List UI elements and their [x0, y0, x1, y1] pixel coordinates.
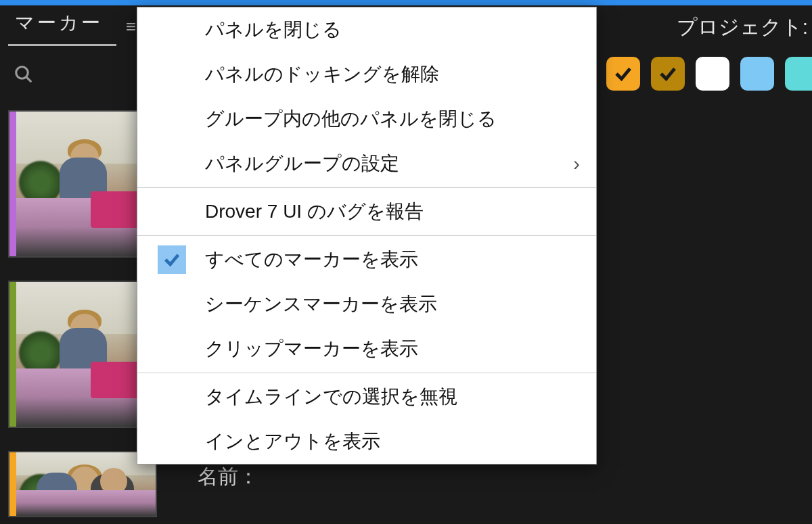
menu-item-label: タイムラインでの選択を無視 [205, 384, 457, 410]
color-chip-blue[interactable] [740, 57, 774, 91]
marker-thumbnail[interactable] [8, 110, 157, 258]
header-right-fragments: リ プロジェクト: [562, 14, 812, 41]
marker-thumbnail[interactable] [8, 451, 157, 517]
menu-item[interactable]: すべてのマーカーを表示 [137, 237, 596, 282]
marker-color-bar [9, 452, 16, 516]
menu-item-label: パネルを閉じる [205, 17, 342, 43]
menu-item-label: パネルのドッキングを解除 [205, 62, 439, 87]
menu-item[interactable]: タイムラインでの選択を無視 [137, 375, 596, 419]
panel-tab-markers[interactable]: マーカー [8, 6, 116, 46]
menu-item-label: シーケンスマーカーを表示 [205, 291, 437, 317]
detail-name-label: 名前： [198, 463, 258, 491]
search-icon[interactable] [8, 62, 39, 92]
menu-separator [137, 235, 596, 236]
window-accent-bar [0, 0, 812, 5]
menu-item-label: インとアウトを表示 [205, 429, 380, 454]
menu-separator [137, 187, 596, 188]
marker-color-bar [9, 112, 16, 256]
menu-item[interactable]: クリップマーカーを表示 [137, 327, 596, 371]
color-filter-chips [606, 57, 812, 91]
menu-item[interactable]: グループ内の他のパネルを閉じる [137, 97, 596, 141]
color-chip-cyan[interactable] [785, 57, 812, 91]
menu-item-label: グループ内の他のパネルを閉じる [205, 106, 497, 132]
menu-item[interactable]: インとアウトを表示 [137, 419, 596, 464]
color-chip-orange[interactable] [606, 57, 640, 91]
panel-menu-button[interactable]: ≡ [126, 16, 136, 35]
menu-item-label: クリップマーカーを表示 [205, 336, 418, 362]
menu-item[interactable]: シーケンスマーカーを表示 [137, 282, 596, 327]
hamburger-icon: ≡ [126, 16, 136, 37]
menu-item[interactable]: パネルグループの設定› [137, 141, 596, 186]
menu-item[interactable]: パネルのドッキングを解除 [137, 52, 596, 97]
menu-item[interactable]: Drover 7 UI のバグを報告 [137, 189, 596, 234]
menu-item[interactable]: パネルを閉じる [137, 7, 596, 52]
check-icon [158, 245, 186, 274]
color-chip-white[interactable] [696, 57, 729, 91]
menu-separator [137, 373, 596, 373]
marker-color-bar [9, 282, 16, 427]
svg-point-0 [16, 66, 28, 78]
marker-thumbnail[interactable] [8, 281, 157, 428]
menu-item-label: パネルグループの設定 [205, 151, 399, 176]
color-chip-olive[interactable] [651, 57, 685, 91]
chevron-right-icon: › [573, 152, 580, 175]
panel-context-menu: パネルを閉じるパネルのドッキングを解除グループ内の他のパネルを閉じるパネルグルー… [137, 7, 597, 465]
menu-item-label: Drover 7 UI のバグを報告 [205, 199, 424, 224]
header-text-fragment-2: プロジェクト: [677, 14, 808, 41]
menu-item-label: すべてのマーカーを表示 [205, 247, 418, 272]
svg-line-1 [26, 76, 32, 82]
